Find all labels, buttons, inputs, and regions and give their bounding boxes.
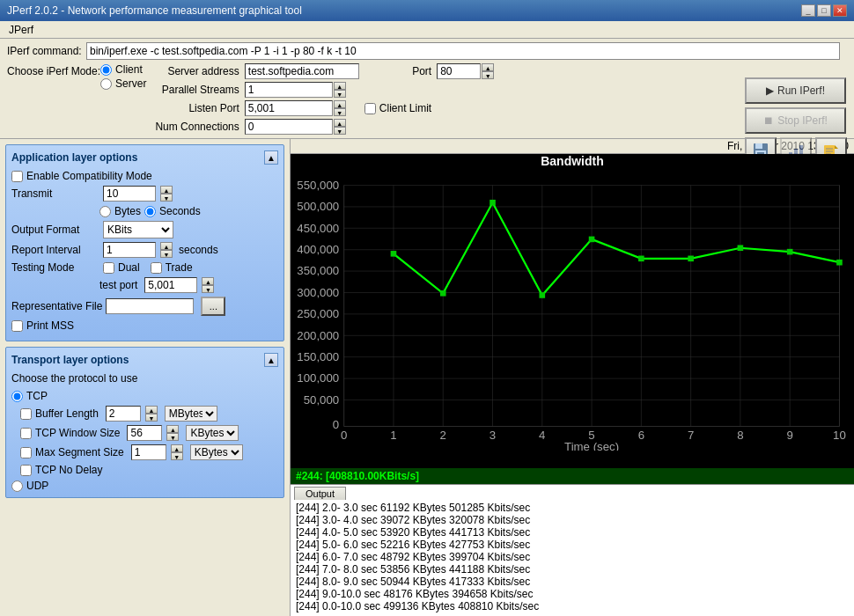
client-radio[interactable] <box>100 64 112 76</box>
stop-icon: ⏹ <box>763 114 774 127</box>
num-connections-label: Num Connections <box>155 121 239 133</box>
port-container: ▲ ▼ <box>437 63 494 79</box>
test-port-spin-up[interactable]: ▲ <box>202 277 214 285</box>
bandwidth-svg: 550,000 500,000 450,000 400,000 350,000 … <box>291 180 854 451</box>
listen-port-spinner[interactable]: ▲ ▼ <box>334 100 346 116</box>
client-limit-checkbox[interactable] <box>364 103 376 114</box>
buffer-length-input[interactable] <box>106 406 141 422</box>
app-layer-header[interactable]: Application layer options ▲ <box>11 150 278 165</box>
parallel-spin-up[interactable]: ▲ <box>334 82 346 90</box>
svg-text:300,000: 300,000 <box>297 286 339 299</box>
right-panel: Fri, 12 Mar 2010 13:32:00 Bandwidth <box>291 139 854 616</box>
parallel-spinner[interactable]: ▲ ▼ <box>334 82 346 98</box>
server-radio[interactable] <box>100 78 112 90</box>
test-port-input[interactable] <box>144 277 197 293</box>
output-tab-label[interactable]: Output <box>294 487 346 500</box>
output-format-label: Output Format <box>11 224 99 236</box>
svg-rect-1 <box>755 143 762 149</box>
listen-port-input[interactable] <box>245 100 333 116</box>
parallel-streams-input[interactable] <box>245 82 333 98</box>
titlebar-controls: _ □ ✕ <box>801 4 847 17</box>
transport-layer-header[interactable]: Transport layer options ▲ <box>11 353 278 367</box>
dual-checkbox[interactable] <box>103 262 114 274</box>
transport-layer-collapse[interactable]: ▲ <box>264 353 278 367</box>
report-interval-input[interactable] <box>103 242 156 258</box>
tcp-window-spinner[interactable]: ▲ ▼ <box>166 425 179 441</box>
svg-text:400,000: 400,000 <box>297 243 339 256</box>
server-address-input[interactable] <box>245 63 359 79</box>
svg-rect-67 <box>738 245 744 251</box>
seconds-radio[interactable] <box>144 206 156 217</box>
tcp-nodelay-label: TCP No Delay <box>35 464 102 476</box>
udp-radio-row: UDP <box>11 480 278 492</box>
close-button[interactable]: ✕ <box>833 4 847 17</box>
minimize-button[interactable]: _ <box>801 4 815 17</box>
tcp-window-unit-select[interactable]: KBytes MBytes <box>186 425 239 441</box>
buffer-length-unit-select[interactable]: MBytes KBytes <box>165 406 217 422</box>
port-spin-down[interactable]: ▼ <box>482 71 494 79</box>
report-interval-spinner[interactable]: ▲ ▼ <box>160 242 173 258</box>
port-spin-up[interactable]: ▲ <box>482 63 494 71</box>
client-radio-row: Client <box>100 63 146 76</box>
buffer-length-spinner[interactable]: ▲ ▼ <box>145 406 158 422</box>
app-layer-collapse[interactable]: ▲ <box>264 150 278 165</box>
parallel-spin-down[interactable]: ▼ <box>334 90 346 98</box>
enable-compat-checkbox[interactable] <box>11 171 23 182</box>
num-connections-spin-up[interactable]: ▲ <box>334 119 346 127</box>
tcp-radio[interactable] <box>11 391 23 402</box>
trade-checkbox[interactable] <box>151 262 162 274</box>
app-layer-title: Application layer options <box>11 151 137 164</box>
stop-iperf-button[interactable]: ⏹ Stop IPerf! <box>745 107 846 134</box>
menubar-item-jperf[interactable]: JPerf <box>4 23 39 37</box>
tcp-nodelay-checkbox[interactable] <box>20 465 32 476</box>
max-segment-spinner[interactable]: ▲ ▼ <box>171 444 183 460</box>
bytes-label: Bytes <box>114 205 141 217</box>
port-input[interactable] <box>437 63 481 79</box>
output-format-select[interactable]: KBitsMBitsKBytesMBytes <box>103 221 173 238</box>
udp-radio[interactable] <box>11 480 23 492</box>
output-content[interactable]: [244] 2.0- 3.0 sec 61192 KBytes 501285 K… <box>291 500 854 616</box>
top-section: IPerf command: Choose iPerf Mode: Client… <box>0 39 854 139</box>
tcp-window-checkbox[interactable] <box>20 428 32 439</box>
browse-button[interactable]: ... <box>201 297 225 316</box>
server-address-container <box>245 63 359 79</box>
report-interval-spin-down[interactable]: ▼ <box>160 250 173 258</box>
transmit-input[interactable] <box>103 186 156 202</box>
test-port-spin-down[interactable]: ▼ <box>202 285 214 293</box>
output-line: [244] 3.0- 4.0 sec 39072 KBytes 320078 K… <box>296 514 849 526</box>
num-connections-input[interactable] <box>245 119 333 135</box>
iperf-command-input[interactable] <box>86 42 840 60</box>
output-line: [244] 4.0- 5.0 sec 53920 KBytes 441713 K… <box>296 526 849 539</box>
max-segment-checkbox[interactable] <box>20 447 32 458</box>
num-connections-spinner[interactable]: ▲ ▼ <box>334 119 346 135</box>
svg-marker-8 <box>835 145 838 149</box>
buffer-length-checkbox[interactable] <box>20 408 32 420</box>
listen-port-spin-down[interactable]: ▼ <box>334 108 346 116</box>
listen-port-spin-up[interactable]: ▲ <box>334 100 346 108</box>
test-port-spinner[interactable]: ▲ ▼ <box>202 277 214 293</box>
max-segment-unit-select[interactable]: KBytes MBytes <box>190 444 243 460</box>
num-connections-spin-down[interactable]: ▼ <box>334 127 346 135</box>
svg-rect-65 <box>638 256 644 262</box>
max-segment-label: Max Segment Size <box>35 446 124 458</box>
print-mss-label: Print MSS <box>26 319 74 332</box>
rep-file-input[interactable] <box>106 298 194 314</box>
parallel-streams-container: ▲ ▼ <box>245 82 359 98</box>
tcp-window-row: TCP Window Size ▲ ▼ KBytes MBytes <box>20 425 278 441</box>
transmit-spinner[interactable]: ▲ ▼ <box>160 186 173 202</box>
max-segment-input[interactable] <box>131 444 166 460</box>
report-interval-spin-up[interactable]: ▲ <box>160 242 173 250</box>
print-mss-checkbox[interactable] <box>11 320 23 332</box>
svg-text:Time (sec): Time (sec) <box>564 440 619 451</box>
num-connections-container: ▲ ▼ <box>245 119 359 135</box>
transmit-spin-up[interactable]: ▲ <box>160 186 173 194</box>
run-iperf-button[interactable]: ▶ Run IPerf! <box>745 77 846 104</box>
transmit-spin-down[interactable]: ▼ <box>160 194 173 202</box>
port-spinner[interactable]: ▲ ▼ <box>482 63 494 79</box>
svg-text:8: 8 <box>737 429 743 442</box>
bytes-radio[interactable] <box>99 206 111 217</box>
maximize-button[interactable]: □ <box>817 4 831 17</box>
rep-file-row: Representative File ... <box>11 297 278 316</box>
tcp-window-input[interactable] <box>127 425 162 441</box>
report-interval-row: Report Interval ▲ ▼ seconds <box>11 242 278 258</box>
